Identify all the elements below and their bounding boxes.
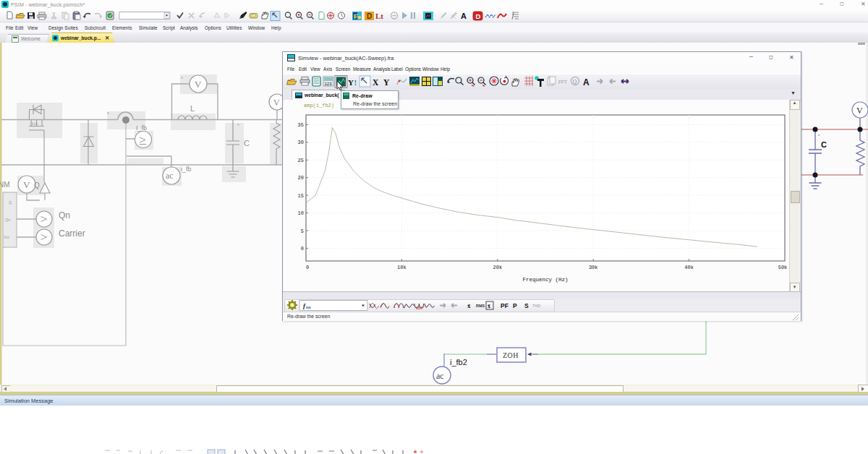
svg-text:X: X bbox=[373, 78, 379, 87]
svg-text:C: C bbox=[821, 140, 827, 149]
svg-text:Frequency (Hz): Frequency (Hz) bbox=[522, 277, 568, 283]
svg-text:*: * bbox=[237, 123, 239, 128]
svg-text:PF: PF bbox=[501, 302, 509, 309]
svg-text:Lt: Lt bbox=[375, 12, 383, 20]
svg-text:V: V bbox=[195, 79, 202, 90]
svg-text:D: D bbox=[476, 12, 481, 20]
svg-text:sw: sw bbox=[306, 305, 311, 309]
svg-text:123: 123 bbox=[325, 82, 333, 86]
svg-text:*: * bbox=[181, 76, 183, 81]
svg-text:10: 10 bbox=[298, 210, 304, 216]
svg-text:A: A bbox=[583, 77, 590, 87]
svg-text:i_fb: i_fb bbox=[181, 166, 192, 173]
svg-text:NM: NM bbox=[0, 181, 10, 189]
svg-text:25: 25 bbox=[298, 158, 304, 163]
svg-text:x̄: x̄ bbox=[467, 302, 471, 309]
svg-text:ac: ac bbox=[436, 371, 444, 381]
svg-text:P: P bbox=[513, 302, 517, 309]
svg-text:!: ! bbox=[354, 78, 357, 87]
svg-text:20k: 20k bbox=[493, 265, 502, 270]
svg-text:50k: 50k bbox=[778, 265, 788, 270]
svg-text:10k: 10k bbox=[397, 265, 407, 270]
svg-text:Carrier: Carrier bbox=[59, 228, 85, 239]
svg-text:C: C bbox=[244, 139, 250, 147]
svg-text:Q: Q bbox=[573, 78, 577, 85]
svg-text:Y: Y bbox=[383, 78, 390, 87]
svg-text:ZOH: ZOH bbox=[503, 351, 519, 359]
svg-text:35: 35 bbox=[298, 122, 304, 128]
svg-text:Vcr: Vcr bbox=[4, 235, 9, 239]
svg-text:Qn: Qn bbox=[59, 210, 70, 220]
svg-text:1ν1: 1ν1 bbox=[31, 121, 38, 126]
svg-text:0: 0 bbox=[306, 265, 309, 270]
svg-text:30k: 30k bbox=[589, 265, 598, 270]
svg-text:RMS: RMS bbox=[476, 304, 485, 308]
svg-text:V: V bbox=[273, 98, 280, 108]
svg-text:Qn: Qn bbox=[5, 218, 10, 222]
svg-text:I_fb: I_fb bbox=[136, 124, 147, 132]
svg-text:Q: Q bbox=[9, 200, 12, 205]
svg-text:x̄: x̄ bbox=[488, 303, 490, 309]
svg-text:V: V bbox=[23, 179, 30, 190]
svg-text:*: * bbox=[107, 111, 109, 116]
svg-text:5: 5 bbox=[301, 228, 304, 234]
svg-text:Q: Q bbox=[34, 181, 40, 189]
svg-text:*: * bbox=[818, 134, 820, 138]
svg-text:F: F bbox=[354, 13, 358, 20]
svg-text:S: S bbox=[524, 302, 529, 309]
svg-text:Y: Y bbox=[348, 78, 354, 87]
svg-text:20: 20 bbox=[298, 175, 304, 181]
svg-text:A: A bbox=[461, 12, 467, 20]
svg-text:15: 15 bbox=[298, 193, 304, 199]
svg-text:L: L bbox=[190, 104, 195, 113]
svg-text:i_fb2: i_fb2 bbox=[450, 358, 467, 367]
svg-text:D: D bbox=[367, 12, 372, 20]
svg-text:30: 30 bbox=[298, 140, 304, 145]
svg-text:THD: THD bbox=[532, 304, 540, 308]
svg-text:FFT: FFT bbox=[558, 80, 567, 85]
svg-text:40k: 40k bbox=[684, 265, 694, 270]
svg-text:0: 0 bbox=[301, 246, 304, 252]
svg-text:V: V bbox=[856, 106, 863, 116]
svg-text:ac: ac bbox=[166, 171, 174, 181]
